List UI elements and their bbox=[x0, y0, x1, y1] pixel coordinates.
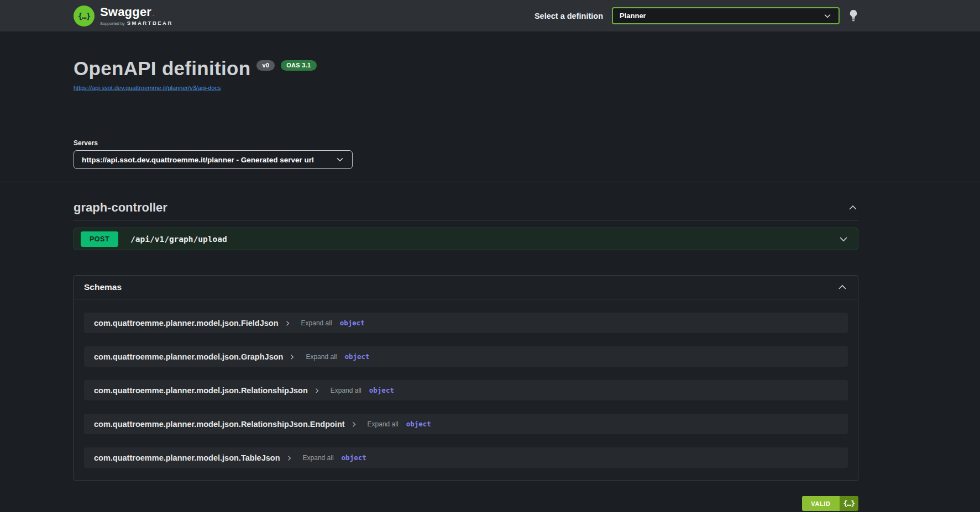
oas-badge: OAS 3.1 bbox=[281, 60, 316, 71]
smartbear-wordmark: SMARTBEAR bbox=[127, 20, 173, 26]
schemas-title: Schemas bbox=[84, 282, 122, 292]
schemas-panel: Schemas com.quattroemme.planner.model.js… bbox=[74, 275, 858, 481]
tag-header[interactable]: graph-controller bbox=[74, 200, 858, 215]
logo-tagline: Supported by SMARTBEAR bbox=[100, 20, 173, 26]
chevron-up-icon[interactable] bbox=[837, 282, 848, 293]
schema-name: com.quattroemme.planner.model.json.Relat… bbox=[94, 420, 345, 429]
lightbulb-icon[interactable] bbox=[848, 9, 858, 23]
validator-row: VALID {…} bbox=[74, 496, 858, 511]
expand-all-link[interactable]: Expand all bbox=[306, 353, 337, 361]
schema-type: object bbox=[344, 352, 369, 361]
chevron-right-icon[interactable] bbox=[289, 353, 296, 361]
braces-icon: {…} bbox=[840, 496, 858, 511]
servers-label: Servers bbox=[74, 139, 858, 147]
schema-name: com.quattroemme.planner.model.json.Field… bbox=[94, 319, 279, 328]
swagger-logo[interactable]: {…} Swagger . Supported by SMARTBEAR bbox=[74, 6, 173, 27]
chevron-right-icon[interactable] bbox=[313, 387, 321, 394]
schema-type: object bbox=[342, 453, 366, 462]
schema-type: object bbox=[340, 319, 365, 327]
schema-type: object bbox=[369, 386, 394, 394]
schema-name: com.quattroemme.planner.model.json.Graph… bbox=[94, 352, 283, 361]
chevron-down-icon bbox=[823, 12, 832, 20]
chevron-down-icon[interactable] bbox=[838, 234, 851, 245]
chevron-right-icon[interactable] bbox=[286, 455, 293, 462]
chevron-down-icon bbox=[336, 155, 344, 164]
schema-name: com.quattroemme.planner.model.json.Table… bbox=[94, 453, 280, 462]
validator-badge[interactable]: VALID {…} bbox=[802, 496, 858, 511]
tag-section: graph-controller POST /api/v1/graph/uplo… bbox=[74, 200, 858, 250]
schema-row-relationshipjson-endpoint[interactable]: com.quattroemme.planner.model.json.Relat… bbox=[84, 414, 848, 434]
schema-row-relationshipjson[interactable]: com.quattroemme.planner.model.json.Relat… bbox=[84, 380, 848, 400]
operation-path: /api/v1/graph/upload bbox=[130, 235, 227, 244]
select-definition-label: Select a definition bbox=[534, 12, 603, 20]
schema-name: com.quattroemme.planner.model.json.Relat… bbox=[94, 386, 308, 395]
schema-row-graphjson[interactable]: com.quattroemme.planner.model.json.Graph… bbox=[84, 346, 848, 367]
tag-title: graph-controller bbox=[74, 200, 167, 215]
expand-all-link[interactable]: Expand all bbox=[301, 319, 332, 327]
schemas-header[interactable]: Schemas bbox=[74, 276, 858, 299]
schema-row-fieldjson[interactable]: com.quattroemme.planner.model.json.Field… bbox=[84, 313, 848, 333]
chevron-up-icon[interactable] bbox=[847, 202, 858, 213]
schema-row-tablejson[interactable]: com.quattroemme.planner.model.json.Table… bbox=[84, 447, 848, 468]
swagger-braces-icon: {…} bbox=[74, 6, 95, 27]
tag-divider bbox=[74, 220, 858, 220]
operation-post-upload[interactable]: POST /api/v1/graph/upload bbox=[74, 228, 858, 250]
definition-select[interactable]: Planner bbox=[612, 7, 840, 24]
expand-all-link[interactable]: Expand all bbox=[331, 387, 361, 394]
expand-all-link[interactable]: Expand all bbox=[368, 420, 399, 428]
chevron-right-icon[interactable] bbox=[284, 320, 291, 327]
info-section: OpenAPI definition v0 OAS 3.1 https://ap… bbox=[0, 31, 980, 92]
brand-trademark: . bbox=[153, 12, 154, 17]
servers-section: Servers https://api.ssot.dev.quattroemme… bbox=[0, 92, 980, 182]
tagline-prefix: Supported by bbox=[100, 22, 125, 26]
chevron-right-icon[interactable] bbox=[350, 421, 358, 428]
brand-name: Swagger bbox=[100, 6, 151, 18]
topbar: {…} Swagger . Supported by SMARTBEAR Sel… bbox=[0, 0, 980, 31]
api-title: OpenAPI definition bbox=[74, 57, 250, 80]
page-title: OpenAPI definition v0 OAS 3.1 bbox=[74, 57, 858, 80]
definition-select-value: Planner bbox=[620, 12, 646, 20]
server-select[interactable]: https://api.ssot.dev.quattroemme.it/plan… bbox=[74, 150, 353, 169]
schema-type: object bbox=[406, 420, 431, 428]
version-badge: v0 bbox=[256, 60, 275, 71]
method-badge: POST bbox=[81, 231, 118, 247]
spec-url-link[interactable]: https://api.ssot.dev.quattroemme.it/plan… bbox=[74, 85, 221, 91]
server-select-value: https://api.ssot.dev.quattroemme.it/plan… bbox=[82, 156, 314, 164]
expand-all-link[interactable]: Expand all bbox=[303, 454, 334, 462]
valid-label: VALID bbox=[802, 496, 839, 511]
